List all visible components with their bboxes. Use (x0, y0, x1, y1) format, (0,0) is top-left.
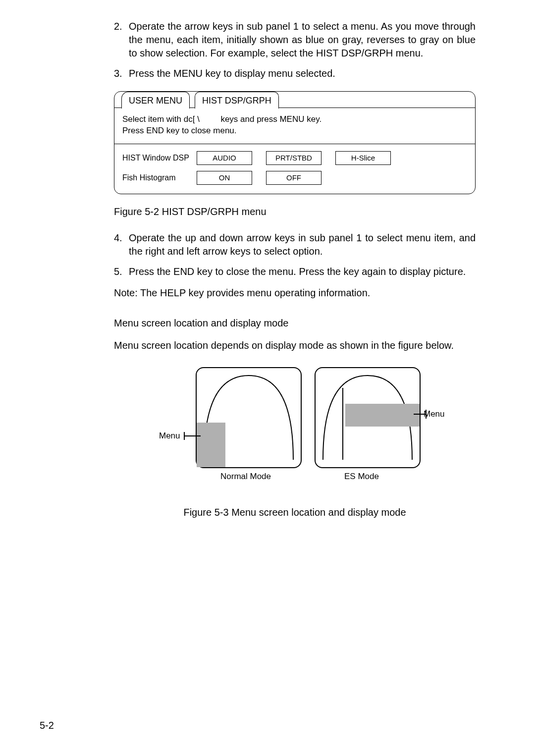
option-label: HIST Window DSP (122, 153, 197, 163)
option-audio: AUDIO (197, 151, 252, 165)
menu-area-right (345, 404, 420, 427)
option-label: Fish Histogram (122, 172, 197, 183)
instr-line-2: Press END key to close menu. (122, 125, 467, 137)
figure-5-3: Menu Menu Normal Mode ES Mode (156, 367, 433, 496)
step-number: 2. (114, 20, 129, 60)
callout-line (184, 435, 201, 436)
option-on: ON (197, 171, 252, 185)
page-number: 5-2 (40, 720, 54, 731)
option-row-fish-histogram: Fish Histogram ON OFF (122, 171, 467, 185)
option-row-hist-window: HIST Window DSP AUDIO PRT/STBD H-Slice (122, 151, 467, 165)
option-off: OFF (266, 171, 321, 185)
tab-hist-dsp-grph: HIST DSP/GRPH (195, 92, 279, 108)
callout-tick (426, 410, 427, 419)
step-text: Press the END key to close the menu. Pre… (129, 265, 476, 278)
figure-5-3-caption: Figure 5-3 Menu screen location and disp… (114, 506, 476, 519)
step-number: 3. (114, 67, 129, 80)
callout-tick (184, 432, 185, 440)
tabs-row: USER MENU HIST DSP/GRPH (114, 91, 475, 108)
step-3: 3. Press the MENU key to display menu se… (114, 67, 476, 80)
option-prt-stbd: PRT/STBD (266, 151, 321, 165)
step-number: 4. (114, 231, 129, 258)
step-2: 2. Operate the arrow keys in sub panel 1… (114, 20, 476, 60)
option-h-slice: H-Slice (335, 151, 391, 165)
figure-5-2-caption: Figure 5-2 HIST DSP/GRPH menu (114, 205, 476, 218)
mode-label-es: ES Mode (344, 471, 379, 483)
step-text: Operate the up and down arrow keys in su… (129, 231, 476, 258)
options-block: HIST Window DSP AUDIO PRT/STBD H-Slice F… (114, 144, 475, 194)
note-text: Note: The HELP key provides menu operati… (114, 286, 476, 300)
menu-area-left (197, 423, 225, 467)
tab-user-menu: USER MENU (121, 92, 190, 108)
instr-line-1: Select item with dc[ \ keys and press ME… (122, 114, 467, 125)
callout-line (414, 414, 427, 415)
step-5: 5. Press the END key to close the menu. … (114, 265, 476, 278)
step-number: 5. (114, 265, 129, 278)
page-content: 2. Operate the arrow keys in sub panel 1… (114, 0, 476, 519)
subheading: Menu screen location and display mode (114, 317, 476, 330)
monitor-es-mode (315, 367, 421, 468)
paragraph: Menu screen location depends on display … (114, 339, 476, 352)
step-text: Operate the arrow keys in sub panel 1 to… (129, 20, 476, 60)
menu-diagram: USER MENU HIST DSP/GRPH Select item with… (114, 91, 476, 194)
menu-label-right: Menu (424, 409, 445, 420)
menu-label-left: Menu (159, 431, 180, 442)
monitor-normal-mode (196, 367, 302, 468)
mode-label-normal: Normal Mode (220, 471, 271, 483)
step-text: Press the MENU key to display menu selec… (129, 67, 476, 80)
step-4: 4. Operate the up and down arrow keys in… (114, 231, 476, 258)
menu-instructions: Select item with dc[ \ keys and press ME… (114, 108, 475, 144)
